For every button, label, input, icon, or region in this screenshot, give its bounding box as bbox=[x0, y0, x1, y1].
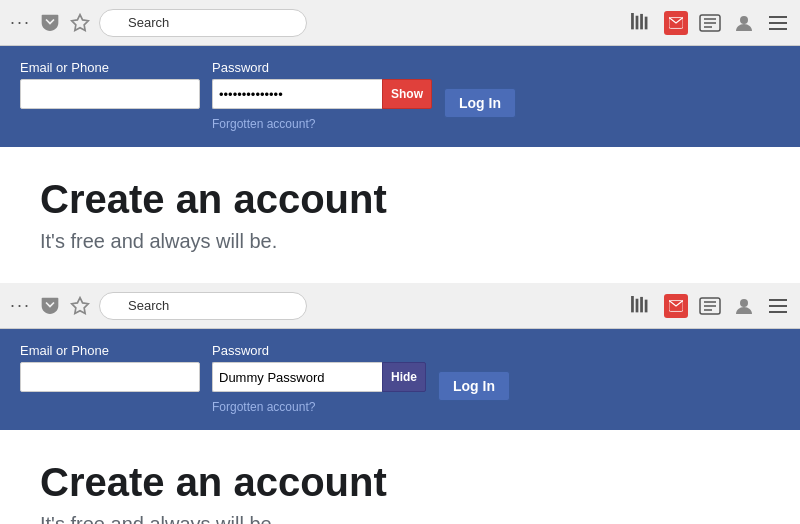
mail-icon-2[interactable] bbox=[664, 294, 688, 318]
browser-instance-1: ··· bbox=[0, 0, 800, 283]
password-field-group-2: Password Hide Forgotten account? bbox=[212, 343, 426, 414]
menu-dots-1[interactable]: ··· bbox=[10, 12, 31, 33]
password-input-2[interactable] bbox=[212, 362, 382, 392]
fb-headline-1: Create an account bbox=[40, 177, 760, 222]
login-btn-1[interactable]: Log In bbox=[444, 88, 516, 118]
star-icon-1[interactable] bbox=[69, 12, 91, 34]
password-wrapper-1: Show bbox=[212, 79, 432, 109]
svg-marker-15 bbox=[72, 297, 89, 313]
search-wrapper-2 bbox=[99, 292, 359, 320]
email-input-2[interactable] bbox=[20, 362, 200, 392]
svg-rect-1 bbox=[631, 13, 634, 29]
account-icon-1[interactable] bbox=[732, 11, 756, 35]
svg-rect-16 bbox=[631, 296, 634, 312]
svg-marker-0 bbox=[72, 14, 89, 30]
browser-toolbar-1: ··· bbox=[0, 0, 800, 46]
forgotten-link-1[interactable]: Forgotten account? bbox=[212, 117, 432, 131]
fb-body-1: Create an account It's free and always w… bbox=[0, 147, 800, 283]
fb-sub-1: It's free and always will be. bbox=[40, 230, 760, 253]
mail-icon-1[interactable] bbox=[664, 11, 688, 35]
svg-point-11 bbox=[740, 16, 748, 24]
browser-instance-2: ··· bbox=[0, 283, 800, 524]
svg-rect-2 bbox=[636, 15, 639, 29]
toolbar-right-2 bbox=[630, 294, 790, 318]
fb-form-row-2: Email or Phone Password Hide Forgotten a… bbox=[20, 343, 780, 414]
email-input-1[interactable] bbox=[20, 79, 200, 109]
svg-rect-18 bbox=[640, 296, 643, 311]
fb-body-2: Create an account It's free and always w… bbox=[0, 430, 800, 524]
svg-rect-4 bbox=[645, 16, 648, 29]
menu-icon-1[interactable] bbox=[766, 11, 790, 35]
password-label-2: Password bbox=[212, 343, 426, 358]
email-label-2: Email or Phone bbox=[20, 343, 200, 358]
svg-rect-19 bbox=[645, 299, 648, 312]
account-icon-2[interactable] bbox=[732, 294, 756, 318]
svg-point-25 bbox=[740, 299, 748, 307]
email-field-group-2: Email or Phone bbox=[20, 343, 200, 392]
fb-header-1: Email or Phone Password Show Forgotten a… bbox=[0, 46, 800, 147]
menu-icon-2[interactable] bbox=[766, 294, 790, 318]
pocket-icon-1[interactable] bbox=[39, 12, 61, 34]
search-wrapper-1 bbox=[99, 9, 359, 37]
reader-icon-1[interactable] bbox=[698, 11, 722, 35]
svg-rect-3 bbox=[640, 13, 643, 28]
forgotten-link-2[interactable]: Forgotten account? bbox=[212, 400, 426, 414]
password-input-1[interactable] bbox=[212, 79, 382, 109]
password-wrapper-2: Hide bbox=[212, 362, 426, 392]
toolbar-right-1 bbox=[630, 11, 790, 35]
star-icon-2[interactable] bbox=[69, 295, 91, 317]
fb-headline-2: Create an account bbox=[40, 460, 760, 505]
menu-dots-2[interactable]: ··· bbox=[10, 295, 31, 316]
password-label-1: Password bbox=[212, 60, 432, 75]
fb-form-row-1: Email or Phone Password Show Forgotten a… bbox=[20, 60, 780, 131]
reader-icon-2[interactable] bbox=[698, 294, 722, 318]
library-icon-1[interactable] bbox=[630, 11, 654, 35]
show-password-btn-1[interactable]: Show bbox=[382, 79, 432, 109]
password-field-group-1: Password Show Forgotten account? bbox=[212, 60, 432, 131]
search-input-1[interactable] bbox=[99, 9, 307, 37]
hide-password-btn-2[interactable]: Hide bbox=[382, 362, 426, 392]
fb-header-2: Email or Phone Password Hide Forgotten a… bbox=[0, 329, 800, 430]
browser-toolbar-2: ··· bbox=[0, 283, 800, 329]
email-field-group-1: Email or Phone bbox=[20, 60, 200, 109]
pocket-icon-2[interactable] bbox=[39, 295, 61, 317]
search-input-2[interactable] bbox=[99, 292, 307, 320]
svg-rect-17 bbox=[636, 298, 639, 312]
login-btn-2[interactable]: Log In bbox=[438, 371, 510, 401]
email-label-1: Email or Phone bbox=[20, 60, 200, 75]
library-icon-2[interactable] bbox=[630, 294, 654, 318]
fb-sub-2: It's free and always will be. bbox=[40, 513, 760, 524]
